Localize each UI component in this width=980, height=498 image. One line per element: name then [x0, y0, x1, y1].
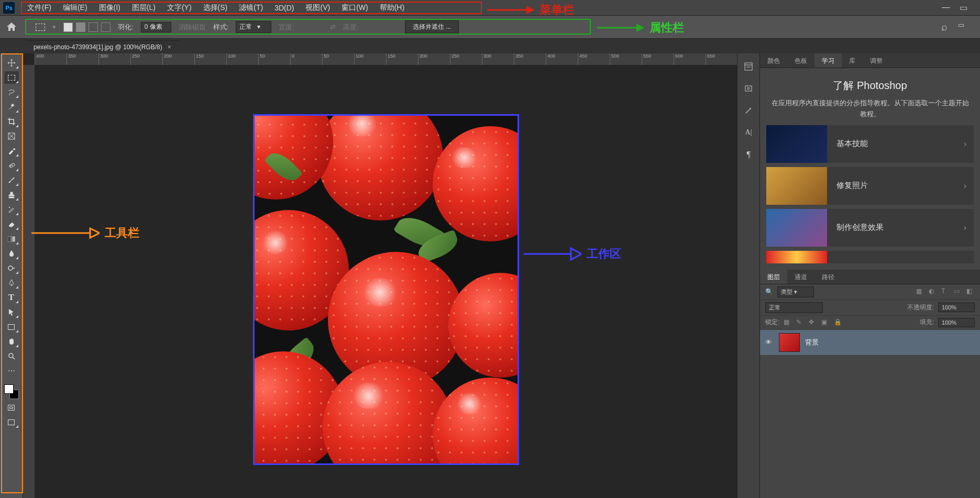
edit-toolbar[interactable]: ⋯ [4, 364, 19, 377]
filter-type-icon[interactable]: T [941, 287, 950, 296]
tab-learn[interactable]: 学习 [814, 53, 842, 68]
svg-rect-11 [745, 86, 752, 91]
menu-filter[interactable]: 滤镜(T) [234, 1, 268, 15]
dock-paragraph-icon[interactable]: ¶ [743, 149, 754, 160]
filter-adjust-icon[interactable]: ◐ [929, 287, 937, 296]
menu-layer[interactable]: 图层(L) [127, 1, 161, 15]
document-image[interactable] [253, 114, 519, 465]
tab-adjustments[interactable]: 调整 [863, 53, 890, 68]
filter-image-icon[interactable]: ▦ [916, 287, 924, 296]
crop-tool[interactable] [4, 115, 19, 128]
menu-edit[interactable]: 编辑(E) [58, 1, 93, 15]
hand-tool[interactable] [4, 335, 19, 348]
chevron-right-icon: › [956, 181, 974, 191]
menu-type[interactable]: 文字(Y) [162, 1, 197, 15]
layer-filter-select[interactable]: 类型 ▾ [777, 286, 814, 297]
minimize-icon[interactable]: — [942, 3, 950, 13]
lesson-item[interactable]: 修复照片› [766, 167, 974, 205]
dock-character-icon[interactable]: A| [743, 127, 754, 138]
lesson-item[interactable]: 基本技能› [766, 125, 974, 163]
tab-layers[interactable]: 图层 [760, 270, 787, 284]
lesson-item[interactable]: 制作创意效果› [766, 209, 974, 247]
ruler-horizontal[interactable]: 4003503002502001501005005010015020025030… [35, 53, 737, 65]
tab-color[interactable]: 颜色 [760, 53, 787, 68]
menu-window[interactable]: 窗口(W) [336, 1, 373, 15]
search-icon[interactable]: ⌕ [941, 21, 948, 33]
magic-wand-tool[interactable] [4, 101, 19, 113]
menu-select[interactable]: 选择(S) [198, 1, 233, 15]
lock-position-icon[interactable]: ✥ [809, 318, 817, 327]
chevron-right-icon: › [956, 223, 974, 233]
eyedropper-tool[interactable] [4, 145, 19, 157]
dodge-tool[interactable] [4, 262, 19, 274]
opacity-input[interactable]: 100% [938, 303, 975, 312]
blur-tool[interactable] [4, 247, 19, 260]
selection-intersect-icon[interactable] [101, 23, 111, 32]
menu-file[interactable]: 文件(F) [22, 1, 57, 15]
annotation-options-arrow: 属性栏 [597, 20, 684, 36]
fill-input[interactable]: 100% [938, 318, 975, 327]
feather-input[interactable] [141, 22, 171, 32]
gradient-tool[interactable] [4, 233, 19, 245]
svg-rect-10 [745, 63, 752, 70]
document-tab[interactable]: pexels-photo-4739934[1].jpg @ 100%(RGB/8… [26, 40, 179, 53]
type-tool[interactable]: T [4, 291, 19, 304]
screenmode-tool[interactable] [4, 416, 19, 428]
blend-mode-select[interactable]: 正常 [765, 302, 823, 313]
color-swatches[interactable] [4, 384, 19, 399]
selection-add-icon[interactable] [76, 23, 85, 32]
dock-properties-icon[interactable] [743, 83, 754, 94]
tool-preset-icon[interactable] [36, 24, 45, 31]
lesson-label: 修复照片 [827, 181, 956, 191]
path-select-tool[interactable] [4, 306, 19, 318]
workspace-icon[interactable]: ▭ [958, 21, 964, 33]
lock-artboard-icon[interactable]: ▣ [821, 318, 830, 327]
tab-paths[interactable]: 路径 [814, 270, 842, 284]
menu-help[interactable]: 帮助(H) [375, 1, 410, 15]
lock-pixels-icon[interactable]: ▦ [784, 318, 792, 327]
history-brush-tool[interactable] [4, 203, 19, 216]
selection-new-icon[interactable] [63, 23, 73, 32]
tab-swatches[interactable]: 色板 [787, 53, 814, 68]
close-tab-icon[interactable]: × [168, 43, 171, 51]
lesson-thumb [766, 167, 827, 205]
visibility-icon[interactable]: 👁 [765, 338, 774, 346]
move-tool[interactable] [4, 57, 19, 69]
home-icon[interactable] [5, 21, 18, 34]
toolbar: T ⋯ [0, 53, 23, 498]
dock-history-icon[interactable] [743, 61, 754, 72]
layer-row[interactable]: 👁 背景 [760, 330, 980, 355]
zoom-tool[interactable] [4, 350, 19, 362]
filter-shape-icon[interactable]: ▭ [954, 287, 962, 296]
menu-view[interactable]: 视图(V) [300, 1, 335, 15]
ruler-vertical[interactable] [23, 65, 35, 498]
menu-image[interactable]: 图像(I) [94, 1, 126, 15]
options-bar: ▾ 羽化: 消除锯齿 样式: 正常 ▾ 宽度: ⇄ 高度: 选择并遮住 ... … [0, 16, 980, 39]
menu-3d[interactable]: 3D(D) [269, 2, 299, 14]
select-and-mask-button[interactable]: 选择并遮住 ... [405, 20, 459, 34]
panel-tabs-layers: 图层 通道 路径 [760, 270, 980, 284]
frame-tool[interactable] [4, 130, 19, 142]
filter-smart-icon[interactable]: ◧ [966, 287, 975, 296]
search-icon[interactable]: 🔍 [765, 288, 773, 295]
eraser-tool[interactable] [4, 218, 19, 230]
lock-all-icon[interactable]: 🔒 [834, 318, 842, 327]
lesson-item[interactable] [766, 251, 974, 263]
stamp-tool[interactable] [4, 189, 19, 201]
pen-tool[interactable] [4, 276, 19, 289]
swap-icon: ⇄ [330, 23, 336, 31]
canvas-area[interactable] [35, 65, 737, 498]
marquee-tool[interactable] [4, 71, 19, 84]
restore-icon[interactable]: ▭ [960, 3, 967, 13]
tab-libraries[interactable]: 库 [842, 53, 863, 68]
lock-brush-icon[interactable]: ✎ [796, 318, 805, 327]
selection-subtract-icon[interactable] [89, 23, 98, 32]
brush-tool[interactable] [4, 174, 19, 186]
quickmask-tool[interactable] [4, 401, 19, 414]
shape-tool[interactable] [4, 320, 19, 333]
healing-tool[interactable] [4, 159, 19, 172]
dock-brush-icon[interactable] [743, 105, 754, 116]
tab-channels[interactable]: 通道 [787, 270, 814, 284]
lasso-tool[interactable] [4, 86, 19, 98]
style-select[interactable]: 正常 ▾ [236, 21, 271, 33]
